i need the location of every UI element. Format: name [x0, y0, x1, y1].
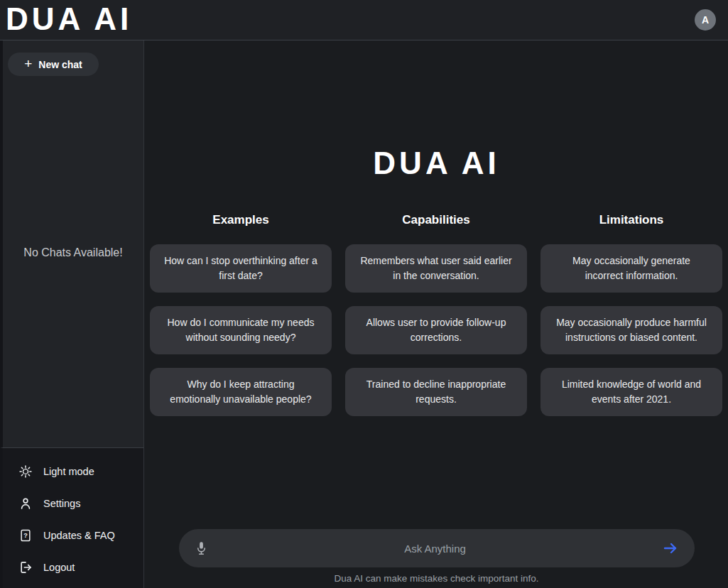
microphone-icon[interactable]	[195, 540, 208, 557]
sidebar-item-light-mode[interactable]: Light mode	[3, 455, 143, 487]
sidebar-item-settings[interactable]: Settings	[3, 487, 143, 519]
top-header: DUA AI A	[0, 0, 728, 40]
main-content: DUA AI Examples Capabilities Limitations…	[145, 40, 728, 588]
arrow-right-icon[interactable]	[662, 540, 679, 557]
user-icon	[18, 496, 33, 511]
sidebar: + New chat No Chats Available! Light mod…	[0, 40, 144, 588]
sun-icon	[18, 464, 33, 479]
suggestion-cards: How can I stop overthinking after a firs…	[150, 244, 722, 416]
suggestion-card[interactable]: May occasionally produce harmful instruc…	[540, 306, 722, 354]
column-title-capabilities: Capabilities	[345, 213, 527, 227]
plus-icon: +	[24, 57, 32, 70]
ask-input[interactable]	[208, 543, 662, 555]
question-document-icon: ?	[18, 528, 33, 543]
disclaimer-text: Dua AI can make mistakes check important…	[145, 573, 728, 584]
brand-logo: DUA AI	[6, 1, 132, 37]
sidebar-item-updates-faq[interactable]: ? Updates & FAQ	[3, 519, 143, 551]
avatar[interactable]: A	[695, 9, 716, 31]
suggestion-card[interactable]: Allows user to provide follow-up correct…	[345, 306, 527, 354]
suggestion-card[interactable]: How can I stop overthinking after a firs…	[150, 244, 332, 293]
sidebar-item-logout[interactable]: Logout	[3, 551, 143, 583]
suggestion-card[interactable]: Trained to decline inappropriate request…	[345, 368, 527, 416]
main-logo: DUA AI	[145, 146, 728, 181]
new-chat-button[interactable]: + New chat	[8, 53, 99, 76]
svg-text:?: ?	[23, 532, 28, 539]
suggestion-card[interactable]: Why do I keep attracting emotionally una…	[150, 368, 332, 416]
menu-item-label: Settings	[43, 498, 80, 509]
menu-item-label: Logout	[43, 562, 75, 573]
column-title-limitations: Limitations	[540, 213, 722, 227]
column-headers: Examples Capabilities Limitations	[150, 213, 722, 227]
suggestion-card[interactable]: Remembers what user said earlier in the …	[345, 244, 527, 293]
sidebar-bottom-menu: Light mode Settings ? Updates & FAQ	[0, 447, 143, 588]
menu-item-label: Light mode	[43, 466, 94, 477]
new-chat-label: New chat	[38, 59, 82, 70]
suggestion-card[interactable]: May occasionally generate incorrect info…	[540, 244, 722, 293]
column-title-examples: Examples	[150, 213, 332, 227]
menu-item-label: Updates & FAQ	[43, 530, 115, 541]
suggestion-card[interactable]: Limited knowledge of world and events af…	[540, 368, 722, 416]
empty-chats-message: No Chats Available!	[3, 246, 143, 259]
logout-icon	[18, 560, 33, 575]
ask-input-bar	[179, 529, 695, 567]
suggestion-card[interactable]: How do I communicate my needs without so…	[150, 306, 332, 354]
